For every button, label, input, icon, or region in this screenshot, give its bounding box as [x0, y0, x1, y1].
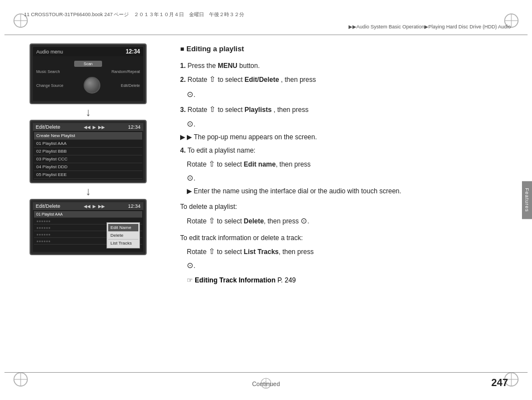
- playlist-row-4: 04 Playlist DDD: [34, 163, 142, 171]
- step1-num: 1.: [180, 62, 186, 70]
- list-tracks-detail: Rotate ⇧ to select List Tracks, then pre…: [187, 246, 516, 258]
- screen3-header: Edit/Delete ◀◀ ▶ ▶▶ 12:34: [33, 202, 143, 210]
- list-tracks-intro: To edit track information or delete a tr…: [180, 233, 516, 243]
- next-btn: ▶▶: [98, 125, 105, 130]
- step2-bold: Edit/Delete: [244, 76, 279, 84]
- step4-num: 4.: [180, 147, 186, 154]
- delete-intro: To delete a playlist:: [180, 202, 516, 212]
- delete-detail: Rotate ⇧ to select Delete, then press ⊙.: [187, 215, 516, 227]
- page-number: 247: [491, 377, 508, 389]
- step3-text: Rotate ⇧ to select: [187, 106, 244, 114]
- scan-btn: Scan: [74, 61, 102, 67]
- step4-sub2: Enter the name using the interface dial …: [187, 186, 516, 197]
- step-2: 2. Rotate ⇧ to select Edit/Delete , then…: [180, 74, 516, 86]
- screen3-playback: ◀◀ ▶ ▶▶: [84, 203, 105, 209]
- screen1-time: 12:34: [125, 48, 140, 55]
- step3-dial: ⊙.: [187, 118, 516, 130]
- playlist-row-3: 03 Playlist CCC: [34, 155, 142, 163]
- step2-end: , then press: [281, 76, 316, 84]
- left-panel: Audio menu 12:34 Scan Music Search Rando…: [4, 35, 172, 372]
- link-ref-text: Editing Track Information: [195, 276, 275, 284]
- play-btn: ▶: [93, 125, 96, 130]
- step-3: 3. Rotate ⇧ to select Playlists , then p…: [180, 104, 516, 116]
- section-title: Editing a playlist: [186, 43, 244, 55]
- main-content: Audio menu 12:34 Scan Music Search Rando…: [4, 35, 528, 372]
- list-tracks-bold: List Tracks: [244, 248, 279, 256]
- step2-dial: ⊙.: [187, 89, 516, 101]
- bottom-footer: Continued 247: [4, 372, 528, 396]
- step1-text: Press the: [187, 62, 217, 70]
- edit-delete-label: Edit/Delete: [121, 84, 140, 87]
- link-ref-block: Editing Track Information P. 249: [187, 275, 516, 286]
- step4-sub2-text: Enter the name using the interface dial …: [187, 187, 402, 195]
- screen3-title: Edit/Delete: [36, 203, 60, 209]
- step4-dial: ⊙.: [187, 172, 516, 184]
- step2-text: Rotate ⇧ to select: [187, 76, 244, 84]
- step4-detail: Rotate ⇧ to select Edit name, then press: [187, 158, 516, 170]
- s3-play-btn: ▶: [93, 204, 96, 209]
- s3-next-btn: ▶▶: [98, 204, 105, 209]
- playback-controls: ◀◀ ▶ ▶▶: [84, 124, 105, 130]
- step4-bold: Edit name: [244, 160, 275, 168]
- audio-menu-items: Music Search Random/Repeat: [36, 70, 140, 74]
- step4-intro: To edit a playlist name:: [187, 147, 255, 154]
- step1-end: button.: [239, 62, 260, 70]
- screen2-time: 12:34: [128, 124, 141, 130]
- random-repeat-label: Random/Repeat: [112, 70, 140, 74]
- step-4-intro: 4. To edit a playlist name:: [180, 145, 516, 156]
- audio-knob: [84, 77, 100, 94]
- step-1: 1. Press the MENU button.: [180, 61, 516, 71]
- screen1-header: Audio menu 12:34: [33, 47, 143, 56]
- playlist-row-5: 05 Playlist EEE: [34, 171, 142, 179]
- playlist-row-1: 01 Playlist AAA: [34, 140, 142, 148]
- submenu-delete: Delete: [108, 232, 138, 240]
- screen2-title: Edit/Delete: [36, 124, 60, 130]
- section-heading: Editing a playlist: [180, 43, 516, 55]
- top-header: 11 CROSSTOUR-31TP66400.book 247 ページ ２０１３…: [4, 4, 528, 35]
- arrow-down-2: ↓: [85, 186, 91, 197]
- file-info: 11 CROSSTOUR-31TP66400.book 247 ページ ２０１３…: [24, 11, 244, 18]
- screen2-header: Edit/Delete ◀◀ ▶ ▶▶ 12:34: [33, 123, 143, 131]
- playlist-row-2: 02 Playlist BBB: [34, 148, 142, 155]
- screen1-mockup: Audio menu 12:34 Scan Music Search Rando…: [30, 43, 147, 104]
- submenu-overlay: Edit Name Delete List Tracks: [107, 222, 140, 248]
- screen1-title: Audio menu: [36, 49, 63, 55]
- screen3-time: 12:34: [128, 203, 141, 209]
- list-tracks-dial: ⊙.: [187, 260, 516, 272]
- submenu-edit-name: Edit Name: [108, 224, 138, 232]
- prev-btn: ◀◀: [84, 125, 90, 130]
- link-ref: Editing Track Information P. 249: [187, 276, 296, 284]
- screen3-mockup: Edit/Delete ◀◀ ▶ ▶▶ 12:34 01 Playlist AA…: [30, 199, 147, 255]
- footer-continued: Continued: [252, 381, 280, 387]
- step2-num: 2.: [180, 76, 186, 84]
- selected-playlist: 01 Playlist AAA: [34, 211, 142, 218]
- popup-note: ▶ The pop-up menu appears on the screen.: [180, 132, 516, 143]
- s3-prev-btn: ◀◀: [84, 204, 90, 209]
- step3-num: 3.: [180, 106, 186, 114]
- arrow-down-1: ↓: [85, 106, 91, 118]
- right-panel: Editing a playlist 1. Press the MENU but…: [172, 35, 528, 372]
- create-playlist-row: Create New Playlist: [34, 132, 142, 140]
- change-source-label: Change Source: [36, 84, 64, 87]
- step3-bold: Playlists: [244, 106, 272, 114]
- delete-bold: Delete: [244, 217, 264, 225]
- screen2-mockup: Edit/Delete ◀◀ ▶ ▶▶ 12:34 Create New Pla…: [30, 120, 147, 183]
- step1-bold: MENU: [217, 62, 237, 70]
- breadcrumb: ▶▶Audio System Basic Operation▶Playing H…: [349, 24, 511, 30]
- link-ref-page: P. 249: [277, 276, 296, 284]
- step3-end: , then press: [273, 106, 308, 114]
- submenu-list-tracks: List Tracks: [108, 240, 138, 247]
- screen3-body: 01 Playlist AAA ●●●●●● ●●●●●● ●●●●●● ●●●…: [33, 210, 143, 252]
- music-search-label: Music Search: [36, 70, 60, 74]
